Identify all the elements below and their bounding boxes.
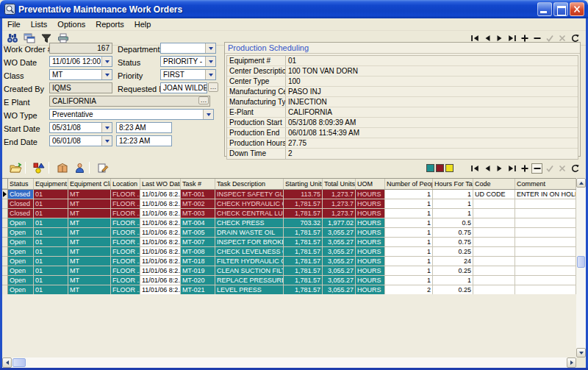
cell-comment[interactable]	[515, 247, 576, 257]
wo-type-combo[interactable]: Preventative	[49, 109, 214, 120]
cell-task[interactable]: MT-001	[181, 190, 215, 199]
cell-total_units[interactable]: 3,055.27	[323, 257, 356, 266]
menu-reports[interactable]: Reports	[90, 18, 129, 31]
row-indicator-cell[interactable]	[2, 276, 8, 285]
requested-by-field[interactable]: JOAN WILDER	[160, 82, 207, 93]
cell-status[interactable]: Closed	[8, 209, 34, 218]
row-indicator-cell[interactable]	[2, 238, 8, 247]
cell-comment[interactable]	[515, 276, 576, 285]
cell-code[interactable]	[473, 266, 515, 276]
cell-hours[interactable]: 1	[433, 190, 473, 199]
cell-comment[interactable]	[515, 228, 576, 238]
cell-equipment_class[interactable]: MT	[68, 218, 111, 228]
cell-equipment_class[interactable]: MT	[68, 199, 111, 209]
column-header-last_wo_date[interactable]: Last WO Date	[140, 179, 181, 189]
cell-task[interactable]: MT-005	[181, 228, 215, 238]
cell-task[interactable]: MT-003	[181, 209, 215, 218]
cell-description[interactable]: CLEAN SUCTION FILT...	[215, 266, 284, 276]
cell-status[interactable]: Closed	[8, 199, 34, 209]
cell-uom[interactable]: HOURS	[356, 209, 385, 218]
wo-date-dropdown-button[interactable]	[101, 57, 112, 66]
cell-comment[interactable]	[515, 209, 576, 218]
cell-code[interactable]	[473, 257, 515, 266]
cell-equipment_class[interactable]: MT	[68, 266, 111, 276]
cell-uom[interactable]: HOURS	[356, 266, 385, 276]
cell-description[interactable]: FILTER HYDRAULIC O...	[215, 257, 284, 266]
cell-location[interactable]: FLOOR ...	[111, 209, 140, 218]
cell-description[interactable]: INSPECT SAFETY GU...	[215, 190, 284, 199]
cell-total_units[interactable]: 1,273.7	[323, 209, 356, 218]
cell-total_units[interactable]: 3,055.27	[323, 238, 356, 247]
cell-starting_units[interactable]: 1,781.57	[284, 228, 323, 238]
column-header-people[interactable]: Number of People	[385, 179, 433, 189]
cell-status[interactable]: Closed	[8, 190, 34, 199]
cell-code[interactable]	[473, 199, 515, 209]
class-dropdown-button[interactable]	[101, 70, 112, 79]
cell-task[interactable]: MT-018	[181, 257, 215, 266]
end-time-field[interactable]: 12:23 AM	[116, 135, 172, 146]
end-date-combo[interactable]: 06/01/08	[49, 135, 112, 146]
row-indicator-cell[interactable]	[2, 257, 8, 266]
priority-combo[interactable]: FIRST	[160, 69, 216, 80]
cell-people[interactable]: 1	[385, 257, 433, 266]
cell-total_units[interactable]: 1,977.02	[323, 218, 356, 228]
nav-last-button[interactable]	[506, 163, 517, 174]
notes-button[interactable]	[96, 162, 110, 174]
cell-people[interactable]: 1	[385, 218, 433, 228]
maximize-button[interactable]	[553, 2, 568, 16]
menu-lists[interactable]: Lists	[26, 18, 53, 31]
cell-location[interactable]: FLOOR ...	[111, 190, 140, 199]
column-header-status[interactable]: Status	[8, 179, 34, 189]
cell-starting_units[interactable]: 1,781.57	[284, 257, 323, 266]
row-indicator-cell[interactable]	[2, 218, 8, 228]
cell-people[interactable]: 1	[385, 199, 433, 209]
nav-first-button[interactable]	[469, 163, 480, 174]
cell-status[interactable]: Open	[8, 276, 34, 285]
cell-last_wo_date[interactable]: 11/01/06 8:2...	[140, 276, 181, 285]
column-header-total_units[interactable]: Total Units	[323, 179, 356, 189]
nav-previous-button[interactable]	[481, 163, 492, 174]
horizontal-scroll-thumb[interactable]	[12, 358, 26, 367]
cell-people[interactable]: 1	[385, 209, 433, 218]
cell-task[interactable]: MT-020	[181, 276, 215, 285]
cell-equipment[interactable]: 01	[34, 276, 68, 285]
cell-status[interactable]: Open	[8, 266, 34, 276]
end-date-dropdown-button[interactable]	[101, 136, 112, 146]
column-header-starting_units[interactable]: Starting Units	[284, 179, 323, 189]
e-plant-field[interactable]: CALIFORNIA …	[49, 96, 210, 107]
cell-equipment[interactable]: 01	[34, 266, 68, 276]
scroll-up-button[interactable]	[576, 178, 586, 188]
cell-last_wo_date[interactable]: 11/01/06 8:2...	[140, 247, 181, 257]
cell-starting_units[interactable]: 1,781.57	[284, 266, 323, 276]
cell-description[interactable]: CHECK HYDRAULIC O...	[215, 199, 284, 209]
cell-code[interactable]	[473, 228, 515, 238]
cell-code[interactable]	[473, 238, 515, 247]
e-plant-lookup-button[interactable]: …	[198, 96, 209, 104]
cell-task[interactable]: MT-007	[181, 238, 215, 247]
cell-description[interactable]: INSPECT FOR BROKE...	[215, 238, 284, 247]
row-indicator-cell[interactable]	[2, 266, 8, 276]
cell-equipment[interactable]: 01	[34, 257, 68, 266]
nav-insert-button[interactable]	[519, 163, 530, 174]
department-dropdown-button[interactable]	[205, 43, 215, 53]
menu-options[interactable]: Options	[52, 18, 90, 31]
cell-equipment_class[interactable]: MT	[68, 238, 111, 247]
scroll-right-button[interactable]	[567, 357, 576, 368]
nav-next-button[interactable]	[494, 163, 505, 174]
cell-last_wo_date[interactable]: 11/01/06 8:2...	[140, 190, 181, 199]
column-header-uom[interactable]: UOM	[356, 179, 385, 189]
cell-hours[interactable]: 24	[433, 257, 473, 266]
row-indicator-cell[interactable]	[2, 209, 8, 218]
cell-total_units[interactable]: 1,273.7	[323, 190, 356, 199]
department-combo[interactable]	[160, 43, 216, 54]
status-dropdown-button[interactable]	[205, 57, 215, 66]
cell-code[interactable]	[473, 247, 515, 257]
cell-starting_units[interactable]: 1,781.57	[284, 199, 323, 209]
cell-starting_units[interactable]: 1,781.57	[284, 238, 323, 247]
status-combo[interactable]: PRIORITY - DO	[160, 56, 216, 67]
start-date-dropdown-button[interactable]	[101, 123, 112, 132]
wo-type-dropdown-button[interactable]	[203, 110, 213, 119]
cell-uom[interactable]: HOURS	[356, 247, 385, 257]
wo-date-combo[interactable]: 11/01/06 12:00:00 A	[49, 56, 112, 67]
cell-comment[interactable]	[515, 257, 576, 266]
